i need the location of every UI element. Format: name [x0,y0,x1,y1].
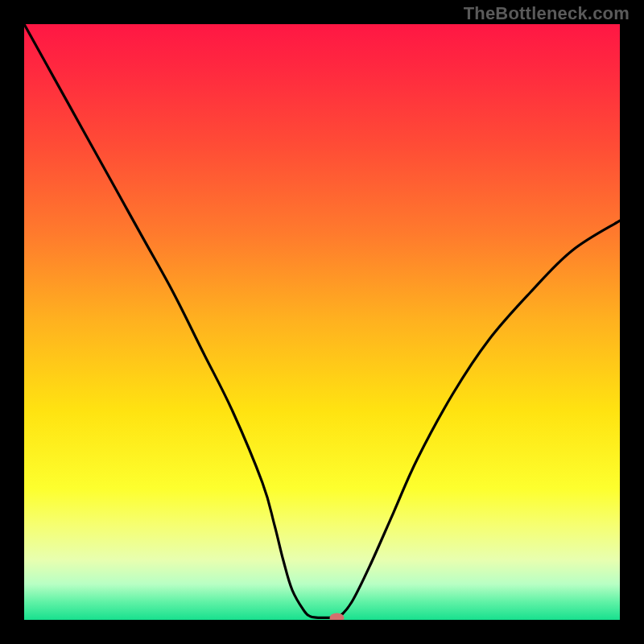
plot-svg [24,24,620,620]
watermark-text: TheBottleneck.com [464,3,630,24]
plot-background [24,24,620,620]
chart-frame: TheBottleneck.com [0,0,644,644]
plot-area [24,24,620,620]
